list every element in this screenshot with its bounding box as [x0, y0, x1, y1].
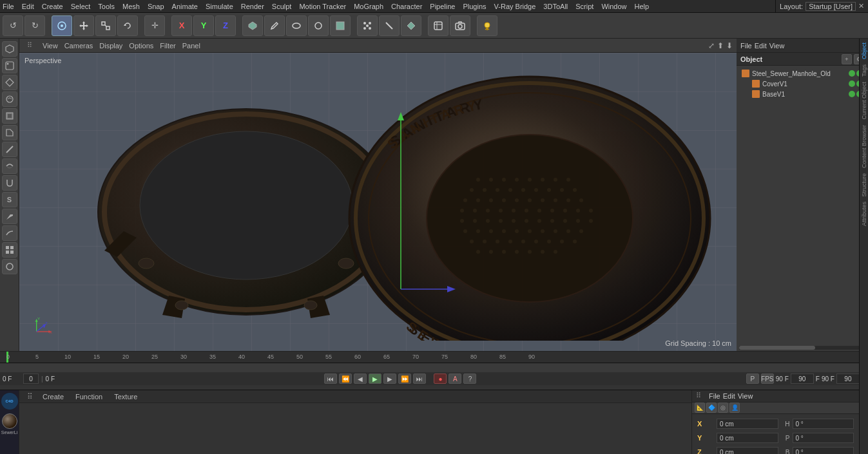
viewport-tab-view[interactable]: View [43, 42, 58, 50]
lp-knife-tool[interactable] [2, 209, 17, 224]
menu-file[interactable]: File [3, 3, 14, 10]
lp-circle-tool[interactable] [2, 259, 17, 274]
viewport-tab-panel[interactable]: Panel [182, 42, 200, 50]
lp-mesh-tool[interactable] [2, 75, 17, 90]
obj-item-manhole[interactable]: Steel_Sewer_Manhole_Old [739, 68, 865, 79]
edit-button[interactable] [264, 15, 285, 36]
menu-snap[interactable]: Snap [148, 3, 164, 10]
menu-select[interactable]: Select [71, 3, 91, 10]
viewport-grip-icon[interactable]: ⠿ [23, 39, 36, 52]
light-button[interactable] [477, 15, 497, 36]
vtab-structure[interactable]: Structure [860, 171, 869, 200]
step-back-button[interactable]: ◀ [354, 374, 367, 384]
obj-edit-menu[interactable]: Edit [755, 42, 767, 50]
go-prev-key-button[interactable]: ⏪ [339, 374, 352, 384]
camera-button[interactable] [450, 15, 470, 36]
menu-plugins[interactable]: Plugins [463, 3, 486, 10]
attr-coord-icon[interactable]: 📐 [695, 402, 705, 413]
end-frame-input2[interactable] [836, 374, 860, 384]
bottom-tab-texture[interactable]: Texture [109, 391, 142, 402]
fps-button[interactable]: FPS [761, 374, 774, 384]
menu-script[interactable]: Script [575, 3, 593, 10]
menu-tools[interactable]: Tools [98, 3, 115, 10]
lp-line-tool[interactable] [2, 142, 17, 157]
lp-s-tool[interactable]: S [2, 192, 17, 207]
viewport-tab-filter[interactable]: Filter [160, 42, 175, 50]
attr-p-rot-input[interactable]: 0 ° [793, 433, 854, 443]
menu-mograph[interactable]: MoGraph [354, 3, 383, 10]
bottom-tab-function[interactable]: Function [70, 391, 108, 402]
lp-bend-tool[interactable] [2, 158, 17, 174]
attr-x-pos-input[interactable]: 0 cm [717, 419, 778, 429]
menu-mesh[interactable]: Mesh [122, 3, 140, 10]
lp-sculpt-tool[interactable] [2, 91, 17, 107]
attr-z-pos-input[interactable]: 0 cm [717, 447, 778, 454]
live-selection-button[interactable] [52, 15, 72, 36]
loop-mode-button[interactable]: P [746, 374, 759, 384]
vtab-current-object[interactable]: Current Object [860, 79, 869, 122]
auto-key-button[interactable]: A [448, 374, 461, 384]
rotate-button[interactable] [117, 15, 138, 36]
obj-view-menu[interactable]: View [769, 42, 785, 50]
menu-vray-bridge[interactable]: V-Ray Bridge [494, 3, 536, 10]
polygon-button[interactable] [242, 15, 263, 36]
menu-create[interactable]: Create [42, 3, 63, 10]
vtab-content-browser[interactable]: Content Browser [860, 122, 869, 171]
loop-button[interactable] [286, 15, 307, 36]
viewport-tab-cameras[interactable]: Cameras [64, 42, 93, 50]
vtab-object[interactable]: Object [860, 40, 869, 62]
vtab-attributes[interactable]: Attributes [860, 199, 869, 229]
obj-item-coverv1[interactable]: CoverV1 [739, 79, 865, 89]
redo-button[interactable]: ↻ [24, 15, 45, 36]
viewport-tab-options[interactable]: Options [129, 42, 153, 50]
frame-input[interactable] [23, 374, 39, 384]
play-button[interactable]: ▶ [369, 374, 381, 384]
record-button[interactable]: ● [434, 374, 447, 384]
viewport-up-icon[interactable]: ⬆ [717, 41, 724, 50]
menu-3dtoall[interactable]: 3DToAll [543, 3, 568, 10]
attr-y-pos-input[interactable]: 0 cm [717, 433, 778, 443]
step-forward-button[interactable]: ▶ [383, 374, 396, 384]
keyframe-button[interactable]: ? [463, 374, 476, 384]
lp-model-tool[interactable] [2, 41, 17, 57]
go-start-button[interactable]: ⏮ [324, 374, 337, 384]
attr-h-rot-input[interactable]: 0 ° [793, 419, 854, 429]
menu-motion-tracker[interactable]: Motion Tracker [299, 3, 346, 10]
y-axis-button[interactable]: Y [193, 15, 214, 36]
menu-window[interactable]: Window [601, 3, 626, 10]
menu-render[interactable]: Render [241, 3, 264, 10]
fill-button[interactable] [330, 15, 351, 36]
viewport-down-icon[interactable]: ⬇ [726, 41, 733, 50]
menu-pipeline[interactable]: Pipeline [430, 3, 455, 10]
scale-button[interactable] [95, 15, 116, 36]
bottom-grip-icon[interactable]: ⠿ [23, 390, 36, 403]
obj-basev1-vis[interactable] [849, 91, 855, 97]
sewer-material-thumb[interactable] [2, 413, 17, 429]
obj-item-basev1[interactable]: BaseV1 [739, 89, 865, 99]
timeline-track[interactable] [0, 363, 868, 372]
undo-button[interactable]: ↺ [3, 15, 23, 36]
lp-texture-tool[interactable] [2, 58, 17, 73]
menu-help[interactable]: Help [635, 3, 650, 10]
lp-grid-tool[interactable] [2, 242, 17, 258]
attr-obj-icon[interactable]: 🔷 [706, 402, 717, 413]
z-axis-button[interactable]: Z [215, 15, 236, 36]
viewport-maximize-icon[interactable]: ⤢ [708, 41, 715, 50]
edge-button[interactable] [379, 15, 400, 36]
attr-b-rot-input[interactable]: 0 ° [793, 447, 854, 454]
menu-edit[interactable]: Edit [22, 3, 34, 10]
menu-animate[interactable]: Animate [172, 3, 198, 10]
obj-scrollbar-thumb[interactable] [739, 346, 815, 350]
go-next-key-button[interactable]: ⏩ [398, 374, 411, 384]
vtab-tags[interactable]: Tags [860, 62, 869, 79]
bottom-tab-create[interactable]: Create [37, 391, 69, 402]
obj-add-icon[interactable]: + [842, 54, 852, 64]
menu-character[interactable]: Character [391, 3, 422, 10]
points-button[interactable] [357, 15, 378, 36]
viewport-tab-display[interactable]: Display [99, 42, 122, 50]
obj-coverv1-vis[interactable] [849, 80, 855, 87]
attr-mgr-edit[interactable]: Edit [723, 392, 735, 400]
end-frame-input[interactable] [791, 374, 814, 384]
obj-file-menu[interactable]: File [740, 42, 752, 50]
lp-deform-tool[interactable] [2, 225, 17, 241]
